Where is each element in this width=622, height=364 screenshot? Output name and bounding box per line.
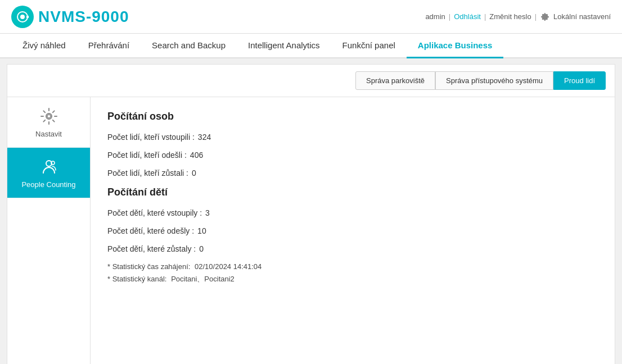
sidebar-item-settings[interactable]: Nastavit bbox=[7, 97, 90, 148]
people-stayed-label: Počet lidí, kteří zůstali : bbox=[107, 169, 188, 178]
svg-point-4 bbox=[47, 115, 51, 118]
people-entered-value: 324 bbox=[198, 133, 211, 142]
children-left-row: Počet dětí, které odešly : 10 bbox=[107, 226, 598, 235]
children-entered-label: Počet dětí, které vstoupily : bbox=[107, 208, 202, 217]
stat-channel-value: Pocitani、Pocitani2 bbox=[171, 275, 235, 283]
children-left-label: Počet dětí, které odešly : bbox=[107, 226, 194, 235]
nav: Živý náhled Přehrávání Search and Backup… bbox=[0, 34, 622, 58]
people-section-title: Počítání osob bbox=[107, 111, 598, 122]
tab-bar: Správa parkoviště Správa přístupového sy… bbox=[7, 65, 615, 97]
settings-label: Nastavit bbox=[35, 130, 62, 138]
children-entered-row: Počet dětí, které vstoupily : 3 bbox=[107, 208, 598, 217]
sep3: | bbox=[535, 12, 537, 21]
header-right: admin | Odhlásit | Změnit heslo | Lokáln… bbox=[425, 12, 611, 22]
people-left-value: 406 bbox=[190, 151, 203, 160]
nav-item-search[interactable]: Search and Backup bbox=[141, 34, 237, 58]
children-section-title: Počítání dětí bbox=[107, 186, 598, 198]
children-left-value: 10 bbox=[197, 226, 206, 235]
people-stayed-row: Počet lidí, kteří zůstali : 0 bbox=[107, 169, 598, 178]
stat-time-value: 02/10/2024 14:41:04 bbox=[195, 262, 262, 271]
nav-item-business[interactable]: Aplikace Business bbox=[407, 34, 504, 58]
children-stayed-value: 0 bbox=[199, 244, 204, 253]
sidebar-item-counting[interactable]: People Counting bbox=[7, 148, 90, 198]
logo-text: NVMS-9000 bbox=[38, 8, 129, 26]
gear-icon bbox=[540, 12, 550, 22]
stat-channel-note: * Statistický kanál: Pocitani、Pocitani2 bbox=[107, 274, 598, 284]
people-entered-row: Počet lidí, kteří vstoupili : 324 bbox=[107, 133, 598, 142]
stat-time-label: * Statistický čas zahájení: bbox=[107, 262, 190, 271]
main-container: Správa parkoviště Správa přístupového sy… bbox=[7, 64, 615, 364]
svg-rect-2 bbox=[26, 16, 29, 18]
people-stayed-value: 0 bbox=[192, 169, 196, 178]
sep2: | bbox=[484, 12, 486, 21]
local-settings-link[interactable]: Lokální nastavení bbox=[553, 12, 611, 21]
username: admin bbox=[425, 12, 445, 21]
counting-label: People Counting bbox=[21, 180, 75, 189]
stat-channel-label: * Statistický kanál: bbox=[107, 275, 167, 283]
people-counting-icon bbox=[39, 157, 59, 177]
tab-access[interactable]: Správa přístupového systému bbox=[435, 71, 553, 90]
children-stayed-label: Počet dětí, které zůstaly : bbox=[107, 244, 196, 253]
stat-time-note: * Statistický čas zahájení: 02/10/2024 1… bbox=[107, 262, 598, 271]
children-stayed-row: Počet dětí, které zůstaly : 0 bbox=[107, 244, 598, 253]
logo-icon bbox=[11, 6, 34, 28]
people-left-row: Počet lidí, kteří odešli : 406 bbox=[107, 151, 598, 160]
settings-icon bbox=[39, 106, 59, 126]
nav-item-functional[interactable]: Funkční panel bbox=[331, 34, 407, 58]
tab-parking[interactable]: Správa parkoviště bbox=[355, 71, 435, 90]
nav-item-playback[interactable]: Přehrávání bbox=[77, 34, 141, 58]
nav-item-live[interactable]: Živý náhled bbox=[11, 34, 77, 58]
change-password-link[interactable]: Změnit heslo bbox=[489, 12, 531, 21]
header: NVMS-9000 admin | Odhlásit | Změnit hesl… bbox=[0, 0, 622, 34]
tab-people[interactable]: Proud lidí bbox=[553, 71, 606, 90]
people-entered-label: Počet lidí, kteří vstoupili : bbox=[107, 133, 195, 142]
logout-link[interactable]: Odhlásit bbox=[454, 12, 481, 21]
nav-item-analytics[interactable]: Intelligent Analytics bbox=[237, 34, 331, 58]
logo-area: NVMS-9000 bbox=[11, 6, 129, 28]
svg-point-1 bbox=[20, 15, 25, 19]
sep1: | bbox=[449, 12, 450, 21]
content-area: Nastavit People Counting Počítání osob bbox=[7, 97, 615, 364]
main-panel: Počítání osob Počet lidí, kteří vstoupil… bbox=[91, 97, 615, 364]
children-entered-value: 3 bbox=[205, 208, 210, 217]
sidebar: Nastavit People Counting bbox=[7, 97, 91, 364]
people-left-label: Počet lidí, kteří odešli : bbox=[107, 151, 187, 160]
